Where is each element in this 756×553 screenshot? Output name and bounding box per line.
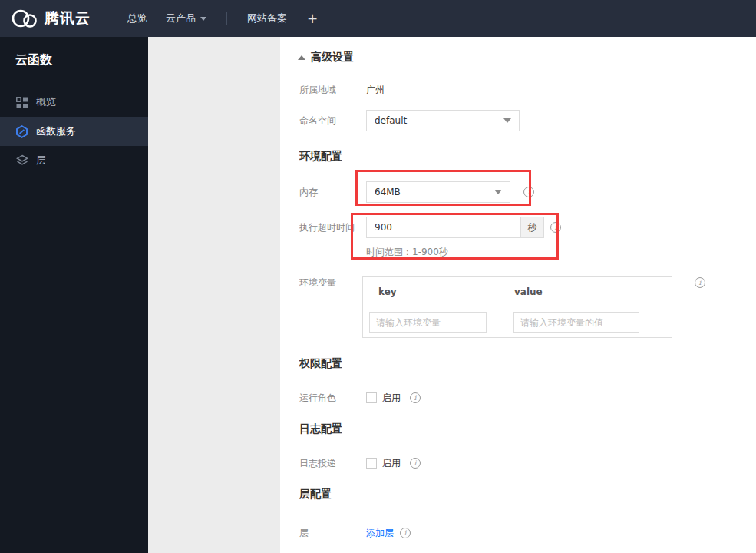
env-vars-header-row: key value xyxy=(363,277,672,306)
namespace-row: 命名空间 default xyxy=(299,110,520,131)
run-role-info-icon[interactable]: i xyxy=(410,392,421,403)
timeout-row: 执行超时时间 秒 i xyxy=(299,217,561,238)
memory-dropdown[interactable]: 64MB xyxy=(366,181,510,203)
sidebar-item-overview[interactable]: 概览 xyxy=(0,88,148,117)
log-delivery-checkbox[interactable] xyxy=(366,458,377,469)
brand-name: 腾讯云 xyxy=(45,8,91,28)
dropdown-caret-icon xyxy=(494,190,502,194)
timeout-input[interactable] xyxy=(366,217,521,238)
layer-info-icon[interactable]: i xyxy=(400,528,411,538)
timeout-unit-addon: 秒 xyxy=(521,217,544,238)
page-background-strip xyxy=(148,37,280,553)
nav-item-label: 云产品 xyxy=(166,12,196,25)
collapse-arrow-icon xyxy=(298,55,305,60)
function-config-panel: 高级设置 所属地域 广州 命名空间 default 环境配置 内存 64MB i… xyxy=(280,37,756,553)
env-value-input[interactable] xyxy=(513,312,639,333)
layers-icon xyxy=(15,154,28,167)
layer-row: 层 添加层 i xyxy=(299,527,411,539)
section-env-config: 环境配置 xyxy=(299,150,342,164)
timeout-label: 执行超时时间 xyxy=(299,221,366,234)
namespace-selected-value: default xyxy=(375,115,407,126)
env-vars-table: key value xyxy=(362,276,672,338)
add-tab-button[interactable]: + xyxy=(296,0,328,37)
log-delivery-row: 日志投递 启用 i xyxy=(299,457,421,469)
namespace-dropdown[interactable]: default xyxy=(366,110,520,131)
run-role-checkbox[interactable] xyxy=(366,392,377,403)
run-role-row: 运行角色 启用 i xyxy=(299,392,421,404)
nav-item-overview[interactable]: 总览 xyxy=(118,0,157,37)
advanced-settings-label: 高级设置 xyxy=(311,51,354,65)
env-vars-label: 环境变量 xyxy=(299,276,366,290)
section-permission-config: 权限配置 xyxy=(299,357,342,371)
region-label: 所属地域 xyxy=(299,84,366,97)
nav-items: 总览 云产品 网站备案 + xyxy=(118,0,328,37)
section-log-config: 日志配置 xyxy=(299,422,342,436)
tencent-cloud-logo[interactable]: 腾讯云 xyxy=(11,8,91,28)
memory-label: 内存 xyxy=(299,186,366,199)
region-row: 所属地域 广州 xyxy=(299,84,385,96)
memory-info-icon[interactable]: i xyxy=(523,187,534,197)
region-value: 广州 xyxy=(366,84,385,97)
sidebar-title: 云函数 xyxy=(0,37,148,74)
nav-divider xyxy=(226,12,227,25)
env-value-header: value xyxy=(514,286,543,297)
nav-item-label: 网站备案 xyxy=(247,12,287,25)
scf-hexagon-icon xyxy=(15,125,28,138)
env-vars-label-row: 环境变量 xyxy=(299,276,366,289)
timeout-hint: 时间范围：1-900秒 xyxy=(366,246,448,259)
env-vars-info-icon[interactable]: i xyxy=(695,277,705,288)
log-delivery-enable-label: 启用 xyxy=(382,457,401,470)
env-key-input[interactable] xyxy=(369,312,487,333)
sidebar-item-label: 概览 xyxy=(36,95,56,109)
timeout-info-icon[interactable]: i xyxy=(550,222,561,233)
grid-icon xyxy=(15,96,28,109)
log-delivery-label: 日志投递 xyxy=(299,457,366,470)
nav-item-icp-filing[interactable]: 网站备案 xyxy=(238,0,296,37)
sidebar-item-label: 层 xyxy=(36,154,46,167)
top-navbar: 腾讯云 总览 云产品 网站备案 + xyxy=(0,0,756,37)
section-layer-config: 层配置 xyxy=(299,488,332,502)
run-role-label: 运行角色 xyxy=(299,392,366,405)
layer-label: 层 xyxy=(299,527,366,540)
run-role-enable-label: 启用 xyxy=(382,392,401,405)
chevron-down-icon xyxy=(200,17,206,21)
sidebar-item-function-service[interactable]: 函数服务 xyxy=(0,117,148,146)
cloud-logo-icon xyxy=(11,8,38,28)
env-vars-input-row xyxy=(363,306,672,338)
namespace-label: 命名空间 xyxy=(299,114,366,127)
sidebar: 云函数 概览 函数服务 层 xyxy=(0,37,148,553)
sidebar-item-layers[interactable]: 层 xyxy=(0,146,148,175)
log-delivery-info-icon[interactable]: i xyxy=(410,458,421,469)
sidebar-item-label: 函数服务 xyxy=(36,124,76,138)
env-key-header: key xyxy=(378,286,514,297)
dropdown-caret-icon xyxy=(503,118,511,123)
memory-row: 内存 64MB i xyxy=(299,181,534,203)
memory-selected-value: 64MB xyxy=(375,187,401,197)
nav-item-label: 总览 xyxy=(127,12,147,25)
advanced-settings-toggle[interactable]: 高级设置 xyxy=(298,51,354,65)
add-layer-link[interactable]: 添加层 xyxy=(366,527,394,540)
nav-item-cloud-products[interactable]: 云产品 xyxy=(157,0,216,37)
